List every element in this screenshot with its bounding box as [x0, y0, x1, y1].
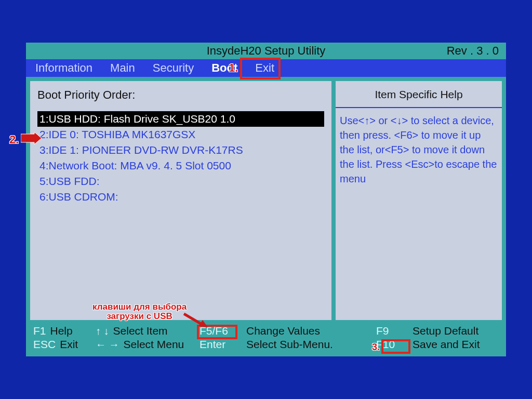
- key-esc: ESC: [33, 338, 56, 351]
- boot-item-2[interactable]: 2:IDE 0: TOSHIBA MK1637GSX: [37, 127, 324, 142]
- boot-item-5[interactable]: 5:USB FDD:: [37, 174, 324, 189]
- arrow-left-right-icon: ← →: [96, 338, 119, 351]
- label-select-menu: Select Menu: [124, 338, 184, 351]
- annotation-number-2: 2.: [9, 133, 19, 147]
- boot-item-4[interactable]: 4:Network Boot: MBA v9. 4. 5 Slot 0500: [37, 158, 324, 174]
- key-f5-f6: F5/F6: [200, 324, 228, 338]
- key-enter: Enter: [200, 338, 225, 351]
- label-exit: Exit: [60, 338, 78, 351]
- boot-priority-heading: Boot Priority Order:: [37, 88, 324, 102]
- tab-exit[interactable]: Exit: [255, 61, 274, 75]
- legend-row-1: F1 Help ↑ ↓ Select Item F5/F6 Change Val…: [33, 324, 499, 338]
- revision-label: Rev . 3 . 0: [447, 43, 499, 59]
- tab-boot[interactable]: Boot: [211, 61, 237, 75]
- boot-item-1[interactable]: 1:USB HDD: Flash Drive SK_USB20 1.0: [37, 111, 324, 127]
- label-help: Help: [50, 324, 73, 338]
- boot-item-3[interactable]: 3:IDE 1: PIONEER DVD-RW DVR-K17RS: [37, 142, 324, 158]
- key-legend: F1 Help ↑ ↓ Select Item F5/F6 Change Val…: [26, 323, 506, 352]
- legend-row-2: ESC Exit ← → Select Menu Enter Select Su…: [33, 338, 499, 351]
- help-body: Use<↑> or <↓> to select a device, then p…: [336, 108, 502, 191]
- key-f10: F10: [376, 338, 395, 351]
- tab-information[interactable]: Information: [35, 61, 92, 75]
- label-select-submenu: Select Sub-Menu.: [246, 338, 333, 351]
- boot-item-6[interactable]: 6:USB CDROM:: [37, 189, 324, 205]
- boot-priority-panel: Boot Priority Order: 1:USB HDD: Flash Dr…: [30, 81, 331, 320]
- app-title: InsydeH20 Setup Utility: [26, 43, 506, 59]
- title-bar: InsydeH20 Setup Utility Rev . 3 . 0: [26, 43, 506, 59]
- help-panel: Item Specific Help Use<↑> or <↓> to sele…: [336, 81, 502, 320]
- label-select-item: Select Item: [113, 324, 168, 338]
- tab-security[interactable]: Security: [153, 61, 194, 75]
- arrow-up-down-icon: ↑ ↓: [96, 324, 109, 338]
- label-change-values: Change Values: [246, 324, 320, 338]
- menu-tabs: Information Main Security Boot Exit: [26, 59, 506, 77]
- label-save-exit: Save and Exit: [413, 338, 480, 351]
- label-setup-default: Setup Default: [413, 324, 478, 338]
- key-f9: F9: [376, 324, 389, 338]
- help-title: Item Specific Help: [336, 81, 502, 108]
- content-area: Boot Priority Order: 1:USB HDD: Flash Dr…: [26, 77, 506, 323]
- boot-priority-list[interactable]: 1:USB HDD: Flash Drive SK_USB20 1.0 2:ID…: [37, 111, 324, 205]
- key-f1: F1: [33, 324, 46, 338]
- bios-window: InsydeH20 Setup Utility Rev . 3 . 0 Info…: [26, 43, 506, 356]
- tab-main[interactable]: Main: [110, 61, 135, 75]
